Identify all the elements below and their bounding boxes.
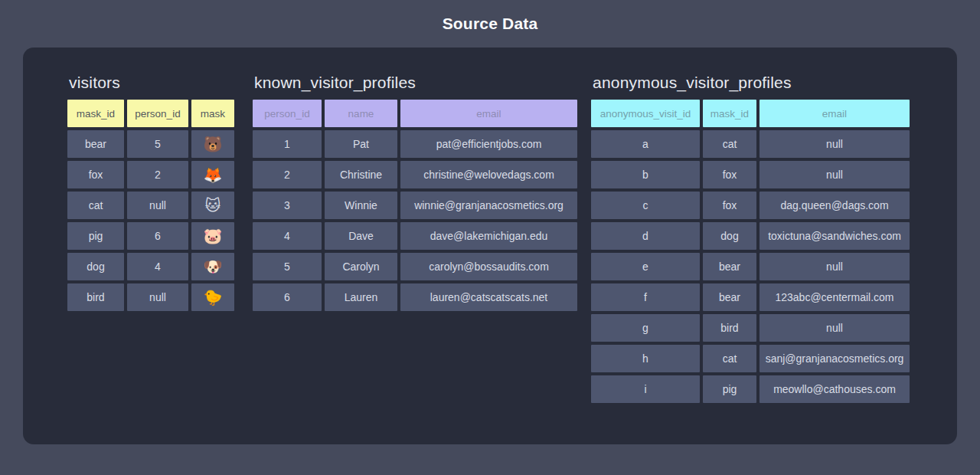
table-cell: 4 xyxy=(127,253,188,280)
table-cell: Carolyn xyxy=(325,253,397,280)
table-cell: d xyxy=(591,222,700,250)
table-cell: toxictuna@sandwiches.com xyxy=(760,222,910,250)
table-cell: 2 xyxy=(127,161,188,188)
mask-emoji-cell: 🐻 xyxy=(191,130,234,158)
table-cell: fox xyxy=(703,161,756,188)
table-cell: Christine xyxy=(325,161,397,188)
mask-emoji-cell: 🐷 xyxy=(191,222,234,250)
column-header: person_id xyxy=(253,100,322,127)
table-cell: bear xyxy=(703,283,756,311)
table-cell: Dave xyxy=(325,222,397,250)
table-cell: e xyxy=(591,253,700,280)
mask-emoji-cell: 🐤 xyxy=(191,283,234,311)
table-cell: null xyxy=(127,283,188,311)
column-header: mask_id xyxy=(703,100,756,127)
table-cell: 6 xyxy=(253,283,322,311)
known-visitor-profiles-grid: person_idnameemail1Patpat@efficientjobs.… xyxy=(253,100,577,311)
mask-emoji-cell: 🐱 xyxy=(191,192,234,219)
table-cell: a xyxy=(591,130,700,158)
table-title-anonymous-visitor-profiles: anonymous_visitor_profiles xyxy=(591,72,910,93)
table-cell: christine@welovedags.com xyxy=(400,161,577,188)
table-cell: h xyxy=(591,345,700,372)
anonymous-visitor-profiles-grid: anonymous_visit_idmask_idemailacatnullbf… xyxy=(591,100,910,403)
mask-emoji-cell: 🐶 xyxy=(191,253,234,280)
table-cell: 6 xyxy=(127,222,188,250)
table-cell: bear xyxy=(703,253,756,280)
table-cell: fox xyxy=(67,161,124,188)
table-cell: dog xyxy=(67,253,124,280)
table-cell: carolyn@bossaudits.com xyxy=(400,253,577,280)
table-cell: cat xyxy=(67,192,124,219)
table-cell: pig xyxy=(67,222,124,250)
table-cell: null xyxy=(760,130,910,158)
table-cell: 5 xyxy=(127,130,188,158)
page-title: Source Data xyxy=(0,0,980,48)
column-header: person_id xyxy=(127,100,188,127)
table-cell: dag.queen@dags.com xyxy=(760,192,910,219)
column-header: mask_id xyxy=(67,100,124,127)
table-cell: null xyxy=(127,192,188,219)
table-cell: cat xyxy=(703,130,756,158)
table-cell: 5 xyxy=(253,253,322,280)
table-cell: null xyxy=(760,161,910,188)
table-cell: 123abc@centermail.com xyxy=(760,283,910,311)
table-cell: 4 xyxy=(253,222,322,250)
column-header: email xyxy=(400,100,577,127)
table-title-known-visitor-profiles: known_visitor_profiles xyxy=(253,72,577,93)
table-cell: Lauren xyxy=(325,283,397,311)
table-cell: g xyxy=(591,314,700,342)
table-cell: fox xyxy=(703,192,756,219)
table-cell: dave@lakemichigan.edu xyxy=(400,222,577,250)
table-cell: b xyxy=(591,161,700,188)
table-cell: meowllo@cathouses.com xyxy=(760,375,910,403)
visitors-grid: mask_idperson_idmaskbear5🐻fox2🦊catnull🐱p… xyxy=(67,100,234,311)
table-cell: sanj@granjanacosmetics.org xyxy=(760,345,910,372)
table-cell: dog xyxy=(703,222,756,250)
table-cell: bird xyxy=(703,314,756,342)
table-cell: c xyxy=(591,192,700,219)
table-cell: pig xyxy=(703,375,756,403)
table-cell: 3 xyxy=(253,192,322,219)
table-cell: Winnie xyxy=(325,192,397,219)
anonymous-visitor-profiles-table: anonymous_visitor_profiles anonymous_vis… xyxy=(591,72,910,403)
column-header: name xyxy=(325,100,397,127)
table-cell: winnie@granjanacosmetics.org xyxy=(400,192,577,219)
column-header: email xyxy=(760,100,910,127)
table-cell: cat xyxy=(703,345,756,372)
mask-emoji-cell: 🦊 xyxy=(191,161,234,188)
table-cell: f xyxy=(591,283,700,311)
source-data-panel: visitors mask_idperson_idmaskbear5🐻fox2🦊… xyxy=(23,48,957,444)
table-cell: 2 xyxy=(253,161,322,188)
column-header: anonymous_visit_id xyxy=(591,100,700,127)
column-header: mask xyxy=(191,100,234,127)
table-cell: bear xyxy=(67,130,124,158)
table-title-visitors: visitors xyxy=(67,72,234,93)
table-cell: pat@efficientjobs.com xyxy=(400,130,577,158)
table-cell: bird xyxy=(67,283,124,311)
table-cell: Pat xyxy=(325,130,397,158)
table-cell: lauren@catscatscats.net xyxy=(400,283,577,311)
table-cell: null xyxy=(760,314,910,342)
visitors-table: visitors mask_idperson_idmaskbear5🐻fox2🦊… xyxy=(67,72,234,311)
table-cell: 1 xyxy=(253,130,322,158)
table-cell: i xyxy=(591,375,700,403)
known-visitor-profiles-table: known_visitor_profiles person_idnameemai… xyxy=(253,72,577,311)
table-cell: null xyxy=(760,253,910,280)
